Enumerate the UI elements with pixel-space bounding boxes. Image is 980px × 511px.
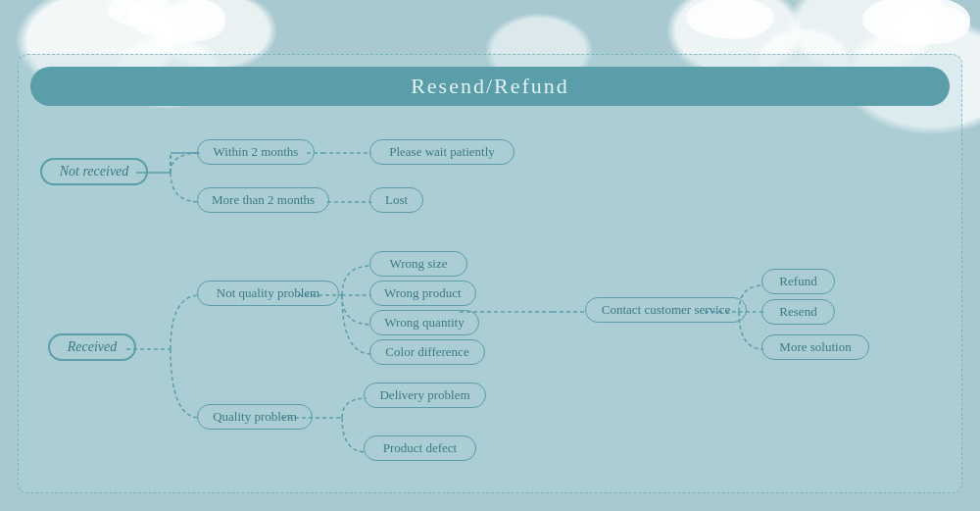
not-received-node: Not received [40, 158, 148, 185]
more-solution-node: More solution [761, 334, 869, 360]
contact-customer-node: Contact customer service [585, 297, 747, 323]
main-container: Resend/Refund [18, 54, 962, 493]
received-node: Received [48, 333, 136, 361]
not-quality-node: Not quality problem [197, 281, 339, 306]
within-2-months-node: Within 2 months [197, 139, 315, 165]
wrong-size-node: Wrong size [369, 251, 467, 277]
page-title: Resend/Refund [411, 74, 569, 99]
product-defect-node: Product defect [364, 435, 476, 461]
wrong-product-node: Wrong product [369, 281, 476, 306]
wrong-quantity-node: Wrong quantity [369, 310, 479, 335]
resend-node: Resend [761, 299, 835, 325]
delivery-problem-node: Delivery problem [364, 383, 486, 408]
refund-node: Refund [761, 269, 835, 294]
title-bar: Resend/Refund [30, 67, 950, 106]
color-difference-node: Color difference [369, 339, 485, 365]
lost-node: Lost [369, 187, 423, 213]
more-than-2-months-node: More than 2 months [197, 187, 329, 213]
please-wait-node: Please wait patiently [369, 139, 514, 165]
quality-problem-node: Quality problem [197, 404, 313, 430]
